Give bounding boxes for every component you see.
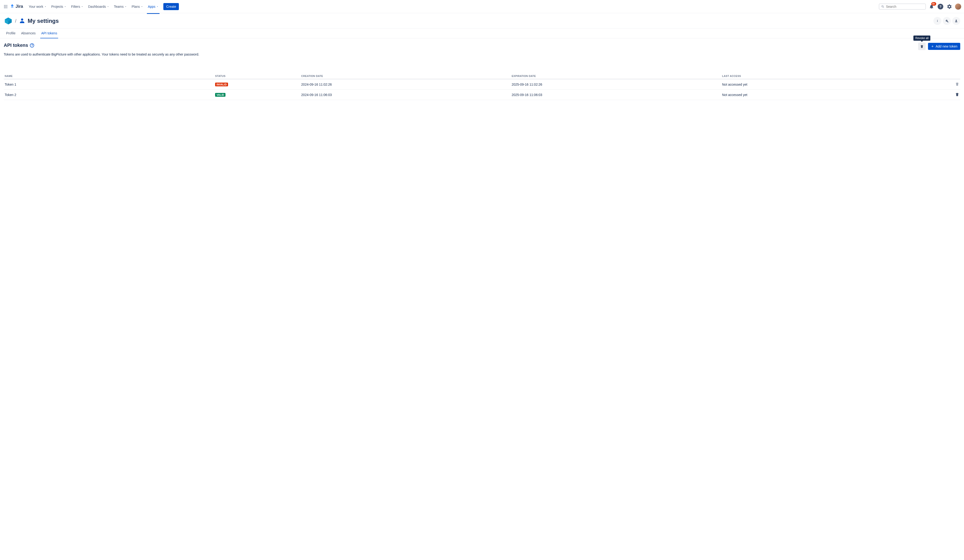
svg-rect-14 xyxy=(937,21,938,22)
delete-token-button[interactable] xyxy=(955,92,959,96)
cell-expires: 2025-09-16 11:02:26 xyxy=(511,79,721,90)
person-icon xyxy=(954,19,958,23)
plus-icon xyxy=(931,45,934,48)
notification-badge: 9+ xyxy=(931,2,936,6)
jira-icon xyxy=(10,4,15,9)
table-row: Token 2VALID2024-09-16 11:06:032025-09-1… xyxy=(4,90,960,100)
search-icon xyxy=(881,5,884,8)
add-token-label: Add new token xyxy=(936,44,957,48)
svg-point-8 xyxy=(7,7,7,8)
cell-status: VALID xyxy=(214,90,300,100)
svg-point-5 xyxy=(7,6,7,7)
nav-item-plans[interactable]: Plans xyxy=(130,3,145,10)
cell-actions xyxy=(931,90,960,100)
revoke-all-tooltip: Revoke all xyxy=(914,36,930,41)
svg-point-6 xyxy=(4,7,5,8)
chevron-down-icon xyxy=(107,5,109,8)
svg-point-3 xyxy=(4,6,5,7)
th-expiration: EXPIRATION DATE xyxy=(511,73,721,79)
tools-button[interactable] xyxy=(943,17,951,25)
table-row: Token 1INVALID2024-09-16 11:02:262025-09… xyxy=(4,79,960,90)
cell-last-access: Not accessed yet xyxy=(721,90,931,100)
th-name: NAME xyxy=(4,73,214,79)
jira-logo-text: Jira xyxy=(16,4,23,9)
svg-point-4 xyxy=(5,6,6,7)
section-title: API tokens xyxy=(4,42,28,48)
section-header: API tokens ? Revoke all Add new token xyxy=(0,38,964,50)
trash-icon xyxy=(920,44,924,48)
section-help-icon[interactable]: ? xyxy=(30,43,34,47)
status-badge: VALID xyxy=(215,93,225,97)
delete-token-button[interactable] xyxy=(955,82,959,86)
avatar[interactable] xyxy=(955,3,961,10)
nav-item-your-work[interactable]: Your work xyxy=(27,3,49,10)
th-creation: CREATION DATE xyxy=(300,73,511,79)
create-button[interactable]: Create xyxy=(163,3,179,10)
nav-item-label: Your work xyxy=(29,5,43,8)
cell-name: Token 1 xyxy=(4,79,214,90)
jira-logo[interactable]: Jira xyxy=(10,4,23,9)
tab-api-tokens[interactable]: API tokens xyxy=(40,28,58,38)
section-description: Tokens are used to authenticate BigPictu… xyxy=(0,50,964,56)
settings-button[interactable] xyxy=(946,3,953,10)
revoke-all-button[interactable] xyxy=(918,42,926,50)
page-title: My settings xyxy=(28,18,59,24)
help-button[interactable]: ? xyxy=(937,3,944,10)
gear-icon xyxy=(947,4,952,9)
settings-tabs: ProfileAbsencesAPI tokens xyxy=(0,28,964,38)
svg-point-12 xyxy=(21,19,23,21)
nav-item-label: Plans xyxy=(132,5,140,8)
breadcrumb-separator: / xyxy=(15,18,16,24)
cell-expires: 2025-09-16 11:06:03 xyxy=(511,90,721,100)
search-input[interactable] xyxy=(886,5,923,8)
svg-point-2 xyxy=(7,5,7,6)
chevron-down-icon xyxy=(81,5,83,8)
th-last-access: LAST ACCESS xyxy=(721,73,931,79)
bigpicture-icon[interactable] xyxy=(4,16,13,25)
cell-name: Token 2 xyxy=(4,90,214,100)
chevron-down-icon xyxy=(156,5,159,8)
cell-status: INVALID xyxy=(214,79,300,90)
breadcrumb: / My settings xyxy=(4,16,59,25)
nav-item-filters[interactable]: Filters xyxy=(69,3,85,10)
svg-point-1 xyxy=(5,5,6,6)
svg-point-0 xyxy=(4,5,5,6)
nav-item-label: Projects xyxy=(51,5,63,8)
svg-point-15 xyxy=(956,20,957,21)
tab-profile[interactable]: Profile xyxy=(5,28,16,38)
header-actions xyxy=(933,17,960,25)
app-switcher-icon[interactable] xyxy=(3,4,8,10)
tokens-table: NAME STATUS CREATION DATE EXPIRATION DAT… xyxy=(4,73,960,100)
cell-created: 2024-09-16 11:02:26 xyxy=(300,79,511,90)
wrench-icon xyxy=(945,19,949,23)
notifications-button[interactable]: 9+ xyxy=(928,3,935,10)
info-button[interactable] xyxy=(933,17,941,25)
status-badge: INVALID xyxy=(215,83,228,86)
help-icon: ? xyxy=(938,4,943,10)
nav-item-label: Teams xyxy=(114,5,124,8)
th-status: STATUS xyxy=(214,73,300,79)
profile-button[interactable] xyxy=(952,17,960,25)
info-icon xyxy=(936,19,939,23)
nav-item-label: Dashboards xyxy=(88,5,106,8)
nav-links: Your workProjectsFiltersDashboardsTeamsP… xyxy=(27,3,161,10)
svg-point-13 xyxy=(937,20,938,21)
tab-absences[interactable]: Absences xyxy=(20,28,36,38)
add-token-button[interactable]: Add new token xyxy=(928,43,960,50)
page-header: / My settings xyxy=(0,13,964,28)
nav-item-projects[interactable]: Projects xyxy=(49,3,68,10)
nav-item-dashboards[interactable]: Dashboards xyxy=(86,3,111,10)
chevron-down-icon xyxy=(64,5,66,8)
svg-point-7 xyxy=(5,7,6,8)
chevron-down-icon xyxy=(141,5,143,8)
nav-item-label: Apps xyxy=(148,5,155,8)
cell-created: 2024-09-16 11:06:03 xyxy=(300,90,511,100)
cell-last-access: Not accessed yet xyxy=(721,79,931,90)
cell-actions xyxy=(931,79,960,90)
nav-item-apps[interactable]: Apps xyxy=(146,3,161,10)
user-icon xyxy=(19,18,25,24)
top-nav: Jira Your workProjectsFiltersDashboardsT… xyxy=(0,0,964,13)
search-box[interactable] xyxy=(879,3,926,10)
nav-item-teams[interactable]: Teams xyxy=(112,3,129,10)
nav-item-label: Filters xyxy=(71,5,80,8)
